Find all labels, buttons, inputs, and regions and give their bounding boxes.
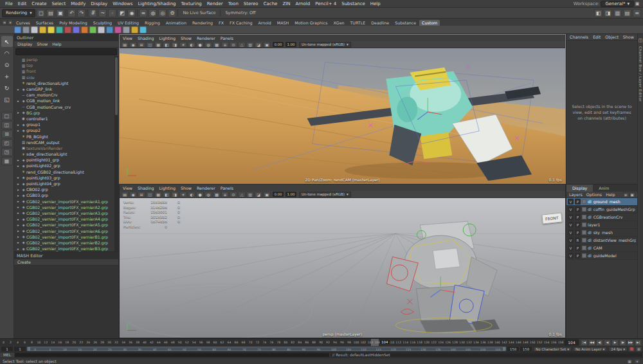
timeline-tick[interactable]: 142 bbox=[501, 339, 508, 346]
layer-display-type-toggle[interactable]: P bbox=[575, 199, 581, 205]
layer-color-chip[interactable] bbox=[582, 223, 586, 227]
expand-arrow-icon[interactable]: ▸ bbox=[16, 205, 21, 209]
timeline-tick[interactable]: 76 bbox=[268, 339, 275, 346]
statusline-icon[interactable]: ◍ bbox=[149, 9, 157, 17]
layer-display-type-toggle[interactable]: P bbox=[575, 214, 581, 220]
timeline-tick[interactable]: 150 bbox=[529, 339, 536, 346]
expand-arrow-icon[interactable]: ▸ bbox=[16, 158, 21, 162]
channel-box-menu-item[interactable]: Object bbox=[605, 35, 619, 39]
timeline-tick[interactable]: 10 bbox=[35, 339, 42, 346]
statusline-icon[interactable]: ▤ bbox=[46, 9, 55, 17]
statusline-icon[interactable]: ↶ bbox=[68, 9, 76, 17]
layer-visibility-toggle[interactable]: V bbox=[568, 237, 574, 243]
character-set-selector[interactable]: No Character Set ▾ bbox=[533, 347, 572, 352]
outliner-menu-item[interactable]: Help bbox=[52, 42, 61, 46]
layer-name[interactable]: dl_ground_mesh bbox=[588, 199, 620, 204]
layer-name[interactable]: dl_sky_mesh bbox=[588, 230, 613, 235]
viewport-menu-item[interactable]: Shading bbox=[138, 186, 154, 190]
layout-button[interactable]: ▦ bbox=[1, 157, 13, 165]
channel-box-menu-item[interactable]: Edit bbox=[593, 35, 601, 39]
shelf-tool-icon[interactable] bbox=[31, 26, 38, 33]
menu-item[interactable]: Display bbox=[88, 1, 110, 6]
timeline-tick[interactable]: 148 bbox=[522, 339, 529, 346]
timeline-tick[interactable]: 32 bbox=[113, 339, 120, 346]
outliner-item[interactable]: ◉ controller1 bbox=[14, 116, 118, 122]
layer-visibility-toggle[interactable]: V bbox=[568, 230, 574, 235]
outliner-item[interactable]: ▸ ◈ pointLight02_grp bbox=[14, 163, 118, 168]
timeline-tick[interactable]: 14 bbox=[50, 339, 57, 346]
expand-arrow-icon[interactable]: ▸ bbox=[16, 164, 21, 168]
menu-item[interactable]: File bbox=[3, 1, 15, 6]
statusline-icon[interactable]: # bbox=[89, 9, 97, 17]
timeline-tick[interactable]: 132 bbox=[466, 339, 473, 346]
shelf-tool-icon[interactable] bbox=[23, 26, 30, 33]
outliner-item[interactable]: ▸ ◈ CGB02_vernier_import0FX_vernierA6.gr… bbox=[14, 228, 118, 233]
tool-button[interactable]: ⊙ bbox=[1, 59, 13, 70]
anim-layer-selector[interactable]: No Anim Layer ▾ bbox=[573, 347, 607, 352]
viewport-toolbar-icon[interactable]: ◧ bbox=[163, 192, 170, 197]
menu-item[interactable]: Edit bbox=[15, 1, 30, 6]
shelf-tool-icon[interactable] bbox=[114, 26, 122, 33]
timeline-tick[interactable]: 30 bbox=[106, 339, 113, 346]
expand-arrow-icon[interactable]: ▸ bbox=[16, 123, 21, 127]
animation-end-field[interactable]: 158 bbox=[520, 347, 532, 351]
viewport-toolbar-icon[interactable]: ▥ bbox=[246, 42, 254, 48]
sidebar-toggle-icon[interactable]: ◨ bbox=[604, 9, 612, 17]
viewport-menu-item[interactable]: View bbox=[123, 186, 132, 190]
timeline-tick[interactable]: 126 bbox=[444, 339, 451, 346]
timeline-tick[interactable]: 94 bbox=[332, 339, 339, 346]
outliner-item[interactable]: ▥ persp bbox=[14, 57, 118, 62]
outliner-item[interactable]: ▣ textureVariRender bbox=[14, 145, 118, 151]
timeline-tick[interactable]: 84 bbox=[296, 339, 303, 346]
menu-item[interactable]: ZIN bbox=[280, 1, 293, 6]
outliner-item[interactable]: ☀ PB_BGlight bbox=[14, 133, 118, 139]
statusline-icon[interactable]: ▣ bbox=[56, 9, 64, 17]
layer-color-chip[interactable] bbox=[582, 199, 586, 204]
timeline-tick[interactable]: 80 bbox=[282, 339, 289, 346]
layer-visibility-toggle[interactable]: V bbox=[568, 214, 574, 220]
timeline-tick[interactable]: 116 bbox=[409, 339, 416, 346]
timeline-tick[interactable]: 146 bbox=[515, 339, 522, 346]
current-time-field[interactable]: 104 bbox=[565, 340, 579, 345]
timeline-tick[interactable]: 2 bbox=[7, 339, 14, 346]
command-input[interactable] bbox=[15, 353, 329, 357]
menu-item[interactable]: Lighting/Shading bbox=[135, 1, 178, 6]
timeline-tick[interactable]: 118 bbox=[416, 339, 423, 346]
outliner-item[interactable]: ▸ ◈ CGB02_vernier_import0FX_vernierA2.gr… bbox=[14, 205, 118, 210]
channel-box-toggle-icon[interactable]: ◫ bbox=[637, 37, 643, 44]
viewport-menu-item[interactable]: Renderer bbox=[197, 36, 215, 41]
workspace-selector[interactable]: General* ▾ bbox=[601, 1, 634, 7]
layer-row[interactable]: V P dl_ground_mesh bbox=[566, 198, 637, 206]
layer-color-chip[interactable] bbox=[582, 215, 586, 219]
shelf-tab[interactable]: Rendering bbox=[190, 20, 215, 26]
timeline-tick[interactable]: 68 bbox=[240, 339, 247, 346]
shelf-tool-icon[interactable] bbox=[64, 26, 71, 33]
mash-editor-body[interactable] bbox=[14, 266, 118, 338]
outliner-scrollbar[interactable] bbox=[114, 56, 118, 251]
menu-item[interactable]: Render bbox=[204, 1, 226, 6]
timeline-tick[interactable]: 12 bbox=[42, 339, 50, 346]
layout-button[interactable]: ◰ bbox=[1, 139, 13, 147]
expand-arrow-icon[interactable]: ▸ bbox=[16, 217, 21, 221]
layer-row[interactable]: V P layer1 bbox=[566, 221, 637, 229]
viewport-toolbar-icon[interactable]: ⊞ bbox=[138, 42, 145, 48]
symmetry-selector[interactable]: Symmetry: Off bbox=[222, 10, 258, 15]
outliner-item[interactable]: ~ CGB_motionCurve_crv bbox=[14, 104, 118, 110]
layer-editor-tab[interactable]: Display bbox=[566, 185, 593, 192]
timeline-tick[interactable]: 56 bbox=[197, 339, 204, 346]
timeline-tick[interactable]: 22 bbox=[78, 339, 85, 346]
statusline-icon[interactable]: ~ bbox=[98, 9, 107, 17]
timeline-tick[interactable]: 34 bbox=[120, 339, 127, 346]
mash-editor-menu-item[interactable]: Create bbox=[17, 260, 31, 264]
layer-visibility-toggle[interactable]: V bbox=[568, 222, 574, 228]
layer-name[interactable]: layer1 bbox=[588, 223, 600, 227]
timeline-tick[interactable]: 40 bbox=[141, 339, 148, 346]
window-pin-icon[interactable]: ▣ bbox=[634, 1, 640, 7]
shelf-tool-icon[interactable] bbox=[140, 26, 147, 33]
playback-button[interactable]: ▶| bbox=[635, 340, 642, 346]
shelf-tab[interactable]: FX Caching bbox=[227, 20, 255, 26]
expand-arrow-icon[interactable]: ▸ bbox=[16, 223, 21, 227]
timeline-tick[interactable]: 140 bbox=[494, 339, 501, 346]
layer-visibility-toggle[interactable]: V bbox=[568, 206, 574, 212]
timeline-tick[interactable]: 74 bbox=[261, 339, 268, 346]
